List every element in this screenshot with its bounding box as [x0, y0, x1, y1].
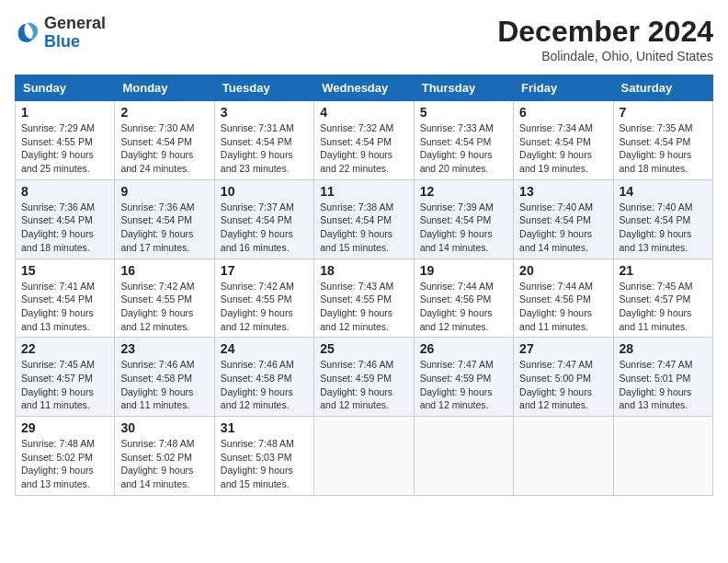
day-info: Sunrise: 7:48 AMSunset: 5:02 PMDaylight:… [21, 437, 108, 491]
day-number: 20 [519, 263, 607, 278]
logo-text: General Blue [44, 15, 106, 52]
calendar-cell: 9Sunrise: 7:36 AMSunset: 4:54 PMDaylight… [115, 179, 214, 259]
page-title: December 2024 [497, 15, 713, 49]
calendar-cell [613, 417, 712, 496]
calendar-week-row: 8Sunrise: 7:36 AMSunset: 4:54 PMDaylight… [16, 179, 713, 259]
calendar-cell: 3Sunrise: 7:31 AMSunset: 4:54 PMDaylight… [214, 101, 313, 180]
day-info: Sunrise: 7:46 AMSunset: 4:58 PMDaylight:… [221, 358, 308, 412]
calendar-cell: 17Sunrise: 7:42 AMSunset: 4:55 PMDayligh… [214, 259, 313, 338]
day-info: Sunrise: 7:34 AMSunset: 4:54 PMDaylight:… [519, 121, 607, 176]
weekday-header: Thursday [414, 75, 513, 101]
day-info: Sunrise: 7:42 AMSunset: 4:55 PMDaylight:… [120, 280, 208, 334]
day-info: Sunrise: 7:32 AMSunset: 4:54 PMDaylight:… [320, 121, 407, 176]
calendar-cell: 1Sunrise: 7:29 AMSunset: 4:55 PMDaylight… [16, 101, 115, 180]
day-info: Sunrise: 7:35 AMSunset: 4:54 PMDaylight:… [620, 121, 707, 176]
day-info: Sunrise: 7:42 AMSunset: 4:55 PMDaylight:… [221, 280, 308, 334]
day-number: 30 [120, 420, 208, 435]
weekday-header: Tuesday [214, 75, 313, 101]
day-info: Sunrise: 7:30 AMSunset: 4:54 PMDaylight:… [120, 121, 208, 176]
day-number: 17 [221, 263, 308, 278]
day-info: Sunrise: 7:40 AMSunset: 4:54 PMDaylight:… [519, 201, 607, 255]
calendar-cell: 14Sunrise: 7:40 AMSunset: 4:54 PMDayligh… [613, 179, 712, 259]
day-info: Sunrise: 7:40 AMSunset: 4:54 PMDaylight:… [620, 201, 707, 255]
day-number: 12 [420, 184, 507, 199]
calendar-week-row: 22Sunrise: 7:45 AMSunset: 4:57 PMDayligh… [16, 338, 713, 417]
day-number: 6 [519, 105, 607, 120]
weekday-header: Wednesday [314, 75, 414, 101]
calendar-cell [314, 417, 414, 496]
page-header: General Blue December 2024 Bolindale, Oh… [15, 15, 713, 63]
day-number: 22 [21, 341, 108, 356]
day-number: 18 [320, 263, 407, 278]
calendar-cell: 23Sunrise: 7:46 AMSunset: 4:58 PMDayligh… [115, 338, 214, 417]
calendar-cell: 16Sunrise: 7:42 AMSunset: 4:55 PMDayligh… [115, 259, 214, 338]
day-number: 4 [320, 105, 407, 120]
day-number: 28 [620, 341, 707, 356]
calendar-cell: 5Sunrise: 7:33 AMSunset: 4:54 PMDaylight… [414, 101, 513, 180]
calendar-cell [414, 417, 513, 496]
day-info: Sunrise: 7:44 AMSunset: 4:56 PMDaylight:… [519, 280, 607, 334]
day-number: 23 [120, 341, 208, 356]
calendar-cell: 7Sunrise: 7:35 AMSunset: 4:54 PMDaylight… [613, 101, 712, 180]
day-info: Sunrise: 7:47 AMSunset: 4:59 PMDaylight:… [420, 358, 507, 412]
day-number: 3 [221, 105, 308, 120]
day-info: Sunrise: 7:43 AMSunset: 4:55 PMDaylight:… [320, 280, 407, 334]
day-number: 27 [519, 341, 607, 356]
calendar-cell: 8Sunrise: 7:36 AMSunset: 4:54 PMDaylight… [16, 179, 115, 259]
weekday-header: Saturday [613, 75, 712, 101]
day-info: Sunrise: 7:45 AMSunset: 4:57 PMDaylight:… [620, 280, 707, 334]
day-info: Sunrise: 7:47 AMSunset: 5:00 PMDaylight:… [519, 358, 607, 412]
day-info: Sunrise: 7:44 AMSunset: 4:56 PMDaylight:… [420, 280, 507, 334]
day-number: 2 [120, 105, 208, 120]
weekday-header: Friday [514, 75, 613, 101]
day-number: 11 [320, 184, 407, 199]
calendar-cell: 11Sunrise: 7:38 AMSunset: 4:54 PMDayligh… [314, 179, 414, 259]
day-number: 24 [221, 341, 308, 356]
calendar-cell: 21Sunrise: 7:45 AMSunset: 4:57 PMDayligh… [613, 259, 712, 338]
day-info: Sunrise: 7:46 AMSunset: 4:58 PMDaylight:… [120, 358, 208, 412]
day-number: 1 [21, 105, 108, 120]
day-info: Sunrise: 7:39 AMSunset: 4:54 PMDaylight:… [420, 201, 507, 255]
calendar-cell: 25Sunrise: 7:46 AMSunset: 4:59 PMDayligh… [314, 338, 414, 417]
calendar-cell: 15Sunrise: 7:41 AMSunset: 4:54 PMDayligh… [16, 259, 115, 338]
day-info: Sunrise: 7:46 AMSunset: 4:59 PMDaylight:… [320, 358, 407, 412]
day-number: 31 [221, 420, 308, 435]
day-info: Sunrise: 7:38 AMSunset: 4:54 PMDaylight:… [320, 201, 407, 255]
calendar-cell: 18Sunrise: 7:43 AMSunset: 4:55 PMDayligh… [314, 259, 414, 338]
calendar-cell: 30Sunrise: 7:48 AMSunset: 5:02 PMDayligh… [115, 417, 214, 496]
day-info: Sunrise: 7:47 AMSunset: 5:01 PMDaylight:… [620, 358, 707, 412]
logo-icon [15, 20, 40, 46]
calendar-cell: 13Sunrise: 7:40 AMSunset: 4:54 PMDayligh… [514, 179, 613, 259]
weekday-header: Sunday [16, 75, 115, 101]
subtitle: Bolindale, Ohio, United States [497, 49, 713, 63]
calendar-week-row: 29Sunrise: 7:48 AMSunset: 5:02 PMDayligh… [16, 417, 713, 496]
calendar-week-row: 15Sunrise: 7:41 AMSunset: 4:54 PMDayligh… [16, 259, 713, 338]
day-number: 9 [120, 184, 208, 199]
calendar-table: SundayMondayTuesdayWednesdayThursdayFrid… [15, 75, 713, 496]
calendar-cell: 31Sunrise: 7:48 AMSunset: 5:03 PMDayligh… [214, 417, 313, 496]
day-number: 15 [21, 263, 108, 278]
day-info: Sunrise: 7:31 AMSunset: 4:54 PMDaylight:… [221, 121, 308, 176]
calendar-cell: 22Sunrise: 7:45 AMSunset: 4:57 PMDayligh… [16, 338, 115, 417]
day-info: Sunrise: 7:48 AMSunset: 5:03 PMDaylight:… [221, 437, 308, 491]
calendar-cell: 12Sunrise: 7:39 AMSunset: 4:54 PMDayligh… [414, 179, 513, 259]
day-info: Sunrise: 7:45 AMSunset: 4:57 PMDaylight:… [21, 358, 108, 412]
day-info: Sunrise: 7:41 AMSunset: 4:54 PMDaylight:… [21, 280, 108, 334]
logo: General Blue [15, 15, 106, 52]
day-number: 14 [620, 184, 707, 199]
calendar-cell: 24Sunrise: 7:46 AMSunset: 4:58 PMDayligh… [214, 338, 313, 417]
calendar-cell: 10Sunrise: 7:37 AMSunset: 4:54 PMDayligh… [214, 179, 313, 259]
calendar-cell [514, 417, 613, 496]
calendar-header-row: SundayMondayTuesdayWednesdayThursdayFrid… [16, 75, 713, 101]
day-info: Sunrise: 7:37 AMSunset: 4:54 PMDaylight:… [221, 201, 308, 255]
calendar-cell: 2Sunrise: 7:30 AMSunset: 4:54 PMDaylight… [115, 101, 214, 180]
day-number: 25 [320, 341, 407, 356]
calendar-cell: 29Sunrise: 7:48 AMSunset: 5:02 PMDayligh… [16, 417, 115, 496]
day-number: 26 [420, 341, 507, 356]
calendar-cell: 27Sunrise: 7:47 AMSunset: 5:00 PMDayligh… [514, 338, 613, 417]
day-number: 13 [519, 184, 607, 199]
day-info: Sunrise: 7:29 AMSunset: 4:55 PMDaylight:… [21, 121, 108, 176]
title-block: December 2024 Bolindale, Ohio, United St… [497, 15, 713, 63]
day-number: 21 [620, 263, 707, 278]
day-number: 5 [420, 105, 507, 120]
